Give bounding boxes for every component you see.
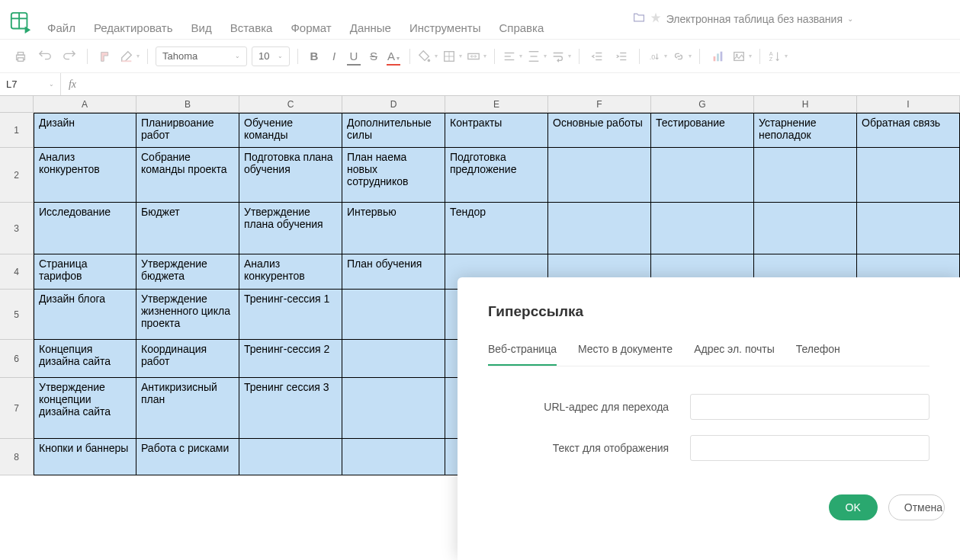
tab-place[interactable]: Место в документе [578, 343, 673, 366]
tab-phone[interactable]: Телефон [796, 343, 840, 366]
star-icon[interactable] [650, 11, 662, 26]
column-header[interactable]: C [239, 96, 342, 113]
cell[interactable]: Планирвоание работ [136, 113, 239, 148]
cancel-button[interactable]: Отмена [888, 494, 945, 520]
cell[interactable]: Дополнительные силы [342, 113, 445, 148]
row-header[interactable]: 3 [0, 203, 34, 254]
cell[interactable]: Кнопки и баннеры [34, 439, 136, 475]
column-header[interactable]: A [34, 96, 136, 113]
cell[interactable]: Подготовка плана обучения [239, 148, 342, 203]
url-input[interactable] [690, 394, 929, 420]
cell[interactable]: Дизайн [34, 113, 136, 148]
redo-button[interactable] [59, 46, 79, 66]
cell[interactable]: Координация работ [136, 340, 239, 378]
cell[interactable] [548, 148, 651, 203]
clear-format-button[interactable]: ▾ [120, 46, 140, 66]
row-header[interactable]: 1 [0, 113, 34, 148]
cell[interactable] [239, 439, 342, 475]
cell[interactable] [651, 148, 754, 203]
align-h-button[interactable]: ▾ [502, 46, 522, 66]
row-header[interactable]: 4 [0, 254, 34, 290]
cell[interactable]: Тестирование [651, 113, 754, 148]
cell[interactable] [342, 290, 445, 340]
cell[interactable]: Основные работы [548, 113, 651, 148]
indent-right-button[interactable] [612, 46, 631, 66]
cell-reference[interactable]: L7⌄ [0, 73, 61, 95]
cell[interactable] [754, 203, 857, 254]
print-button[interactable] [11, 46, 31, 66]
cell[interactable]: Анализ конкурентов [239, 254, 342, 290]
column-header[interactable]: D [342, 96, 445, 113]
fill-color-button[interactable]: ▾ [418, 46, 438, 66]
row-header[interactable]: 7 [0, 378, 34, 439]
ok-button[interactable]: OK [829, 494, 878, 520]
link-button[interactable]: ▾ [672, 46, 692, 66]
document-title-bar[interactable]: Электронная таблица без названия ⌄ [633, 11, 853, 26]
sort-button[interactable]: AZ▾ [768, 46, 788, 66]
menu-tools[interactable]: Инструменты [409, 21, 481, 34]
cell[interactable]: Бюджет [136, 203, 239, 254]
chevron-down-icon[interactable]: ⌄ [847, 14, 853, 23]
cell[interactable] [754, 148, 857, 203]
cell[interactable]: Обучение команды [239, 113, 342, 148]
display-text-input[interactable] [690, 435, 929, 461]
column-header[interactable]: E [445, 96, 548, 113]
cell[interactable]: Тренинг-сессия 1 [239, 290, 342, 340]
cell[interactable]: Анализ конкурентов [34, 148, 136, 203]
cell[interactable]: Утверждение бюджета [136, 254, 239, 290]
row-header[interactable]: 8 [0, 439, 34, 475]
bold-button[interactable]: B [306, 48, 323, 65]
italic-button[interactable]: I [326, 48, 342, 65]
menu-edit[interactable]: Редактировать [94, 21, 173, 34]
text-color-button[interactable]: A▾ [385, 48, 402, 65]
menu-file[interactable]: Файл [47, 21, 75, 34]
cell[interactable] [857, 203, 960, 254]
select-all-corner[interactable] [0, 96, 34, 113]
cell[interactable]: Тренинг-сессия 2 [239, 340, 342, 378]
image-button[interactable]: ▾ [732, 46, 752, 66]
cell[interactable]: Утверждение жизненного цикла проекта [136, 290, 239, 340]
cell[interactable]: План наема новых сотрудников [342, 148, 445, 203]
cell[interactable] [548, 203, 651, 254]
fx-icon[interactable]: fx [61, 78, 84, 91]
strike-button[interactable]: S [365, 48, 382, 65]
column-header[interactable]: F [548, 96, 651, 113]
menu-help[interactable]: Справка [499, 21, 544, 34]
formula-input[interactable] [84, 73, 960, 95]
menu-insert[interactable]: Вставка [230, 21, 273, 34]
tab-email[interactable]: Адрес эл. почты [694, 343, 775, 366]
indent-left-button[interactable] [587, 46, 607, 66]
document-title[interactable]: Электронная таблица без названия [666, 13, 843, 25]
font-size-select[interactable]: 10⌄ [252, 46, 290, 66]
cell[interactable]: Подготовка предложение [445, 148, 548, 203]
cell[interactable] [857, 148, 960, 203]
cell[interactable]: Собрание команды проекта [136, 148, 239, 203]
cell[interactable]: План обучения [342, 254, 445, 290]
column-header[interactable]: G [651, 96, 754, 113]
column-header[interactable]: H [754, 96, 857, 113]
menu-view[interactable]: Вид [191, 21, 212, 34]
wrap-button[interactable]: ▾ [551, 46, 571, 66]
cell[interactable]: Утверждение плана обучения [239, 203, 342, 254]
font-select[interactable]: Tahoma⌄ [156, 46, 247, 66]
tab-webpage[interactable]: Веб-страница [488, 343, 557, 366]
row-header[interactable]: 6 [0, 340, 34, 378]
app-logo[interactable] [9, 11, 32, 34]
cell[interactable]: Интервью [342, 203, 445, 254]
format-painter-button[interactable] [95, 46, 115, 66]
underline-button[interactable]: U [345, 48, 362, 65]
borders-button[interactable]: ▾ [442, 46, 462, 66]
cell[interactable]: Тендор [445, 203, 548, 254]
number-format-button[interactable]: .0▾ [647, 46, 667, 66]
cell[interactable]: Утверждение концепции дизайна сайта [34, 378, 136, 439]
cell[interactable] [651, 203, 754, 254]
column-header[interactable]: I [857, 96, 960, 113]
cell[interactable]: Контракты [445, 113, 548, 148]
cell[interactable]: Тренинг сессия 3 [239, 378, 342, 439]
cell[interactable]: Страница тарифов [34, 254, 136, 290]
cell[interactable]: Обратная связь [857, 113, 960, 148]
cell[interactable]: Концепция дизайна сайта [34, 340, 136, 378]
row-header[interactable]: 5 [0, 290, 34, 340]
cell[interactable] [342, 378, 445, 439]
cell[interactable]: Устарнение неполадок [754, 113, 857, 148]
